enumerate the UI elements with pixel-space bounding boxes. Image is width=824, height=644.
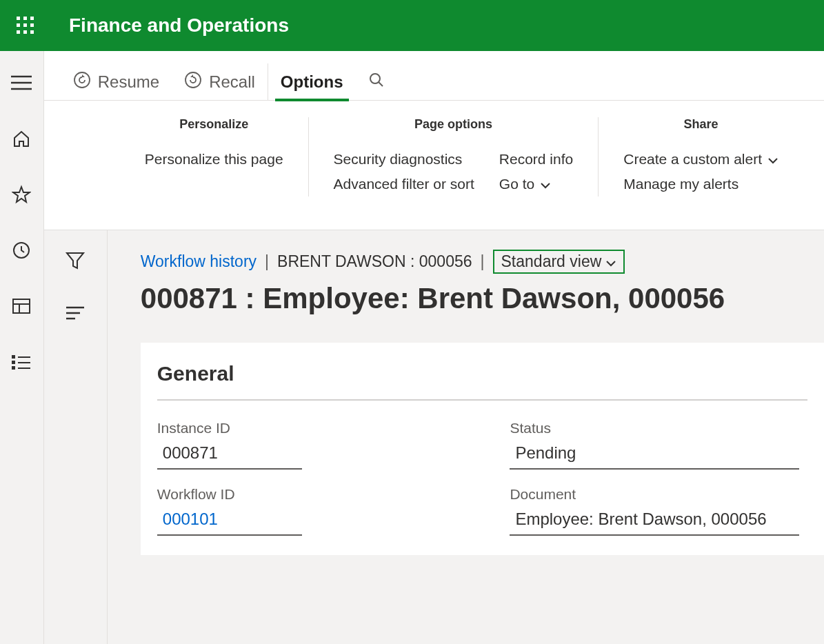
share-title: Share bbox=[623, 117, 778, 132]
general-card: General Instance ID 000871 Status Pendin… bbox=[141, 343, 824, 555]
record-area: Workflow history | BRENT DAWSON : 000056… bbox=[44, 230, 824, 644]
workspace-icon[interactable] bbox=[5, 290, 38, 323]
security-diagnostics-link[interactable]: Security diagnostics bbox=[334, 147, 474, 172]
left-nav bbox=[0, 51, 44, 644]
recall-label: Recall bbox=[209, 72, 255, 92]
workflow-id-label: Workflow ID bbox=[157, 486, 455, 503]
manage-my-alerts-link[interactable]: Manage my alerts bbox=[623, 172, 778, 197]
chevron-down-icon bbox=[540, 176, 551, 192]
svg-rect-8 bbox=[30, 30, 34, 34]
options-col-page-options: Page options Security diagnostics Advanc… bbox=[309, 117, 599, 197]
breadcrumb-link-workflow-history[interactable]: Workflow history bbox=[141, 252, 257, 271]
options-panel: Personalize Personalize this page Page o… bbox=[44, 101, 824, 230]
svg-point-24 bbox=[370, 74, 380, 83]
record-info-link[interactable]: Record info bbox=[499, 147, 573, 172]
home-icon[interactable] bbox=[5, 122, 38, 155]
list-sort-icon[interactable] bbox=[61, 299, 89, 327]
options-col-personalize: Personalize Personalize this page bbox=[120, 117, 309, 197]
search-icon bbox=[368, 72, 385, 92]
app-launcher-icon[interactable] bbox=[10, 10, 41, 41]
view-selector-label: Standard view bbox=[501, 252, 602, 271]
breadcrumb: Workflow history | BRENT DAWSON : 000056… bbox=[141, 250, 824, 274]
search-button[interactable] bbox=[356, 63, 397, 100]
options-col-share: Share Create a custom alert Manage my al… bbox=[599, 117, 803, 197]
workflow-id-value[interactable]: 000101 bbox=[157, 507, 302, 536]
filter-rail bbox=[44, 230, 108, 644]
instance-id-label: Instance ID bbox=[157, 420, 455, 436]
general-card-title: General bbox=[157, 362, 807, 401]
breadcrumb-record: BRENT DAWSON : 000056 bbox=[277, 252, 472, 271]
page-title: 000871 : Employee: Brent Dawson, 000056 bbox=[141, 282, 824, 315]
status-value[interactable]: Pending bbox=[510, 441, 799, 470]
field-workflow-id: Workflow ID 000101 bbox=[157, 486, 455, 536]
options-tab[interactable]: Options bbox=[268, 63, 356, 100]
breadcrumb-separator: | bbox=[265, 252, 269, 271]
main-area: Resume Recall Options Personalize bbox=[0, 51, 824, 644]
svg-rect-0 bbox=[17, 17, 20, 20]
status-label: Status bbox=[510, 420, 807, 436]
svg-rect-7 bbox=[23, 30, 27, 34]
svg-rect-13 bbox=[13, 299, 30, 313]
field-document: Document Employee: Brent Dawson, 000056 bbox=[510, 486, 807, 536]
field-instance-id: Instance ID 000871 bbox=[157, 420, 455, 470]
chevron-down-icon bbox=[767, 151, 778, 168]
resume-button[interactable]: Resume bbox=[61, 63, 172, 100]
page-options-title: Page options bbox=[334, 117, 574, 132]
svg-line-25 bbox=[379, 82, 383, 86]
recall-icon bbox=[184, 71, 202, 93]
action-bar: Resume Recall Options bbox=[44, 51, 824, 101]
svg-rect-20 bbox=[12, 366, 15, 370]
content-area: Resume Recall Options Personalize bbox=[44, 51, 824, 644]
options-label: Options bbox=[281, 72, 343, 92]
view-selector[interactable]: Standard view bbox=[493, 250, 625, 274]
recall-button[interactable]: Recall bbox=[172, 63, 268, 100]
svg-rect-2 bbox=[30, 17, 34, 20]
advanced-filter-link[interactable]: Advanced filter or sort bbox=[334, 172, 474, 197]
create-alert-label: Create a custom alert bbox=[623, 151, 762, 168]
go-to-label: Go to bbox=[499, 176, 534, 192]
svg-rect-3 bbox=[17, 23, 20, 27]
personalize-this-page-link[interactable]: Personalize this page bbox=[145, 147, 283, 172]
svg-rect-18 bbox=[12, 361, 15, 364]
record-body: Workflow history | BRENT DAWSON : 000056… bbox=[108, 230, 824, 644]
chevron-down-icon bbox=[605, 252, 616, 271]
personalize-title: Personalize bbox=[145, 117, 283, 132]
svg-rect-1 bbox=[23, 17, 27, 20]
hamburger-icon[interactable] bbox=[5, 66, 38, 99]
svg-rect-21 bbox=[18, 368, 30, 369]
svg-rect-17 bbox=[18, 356, 30, 358]
app-title: Finance and Operations bbox=[69, 14, 289, 37]
recent-icon[interactable] bbox=[5, 234, 38, 267]
document-value[interactable]: Employee: Brent Dawson, 000056 bbox=[510, 507, 799, 536]
star-icon[interactable] bbox=[5, 178, 38, 211]
svg-rect-5 bbox=[30, 23, 34, 27]
svg-rect-6 bbox=[17, 30, 20, 34]
breadcrumb-separator: | bbox=[481, 252, 485, 271]
create-custom-alert-link[interactable]: Create a custom alert bbox=[623, 147, 778, 172]
field-status: Status Pending bbox=[510, 420, 807, 470]
resume-label: Resume bbox=[98, 72, 159, 92]
svg-rect-4 bbox=[23, 23, 27, 27]
modules-icon[interactable] bbox=[5, 345, 38, 379]
svg-rect-16 bbox=[12, 355, 15, 359]
svg-rect-19 bbox=[18, 362, 30, 363]
resume-icon bbox=[73, 71, 91, 93]
go-to-link[interactable]: Go to bbox=[499, 172, 573, 197]
document-label: Document bbox=[510, 486, 807, 503]
instance-id-value[interactable]: 000871 bbox=[157, 441, 302, 470]
top-bar: Finance and Operations bbox=[0, 0, 824, 51]
funnel-icon[interactable] bbox=[61, 247, 89, 274]
